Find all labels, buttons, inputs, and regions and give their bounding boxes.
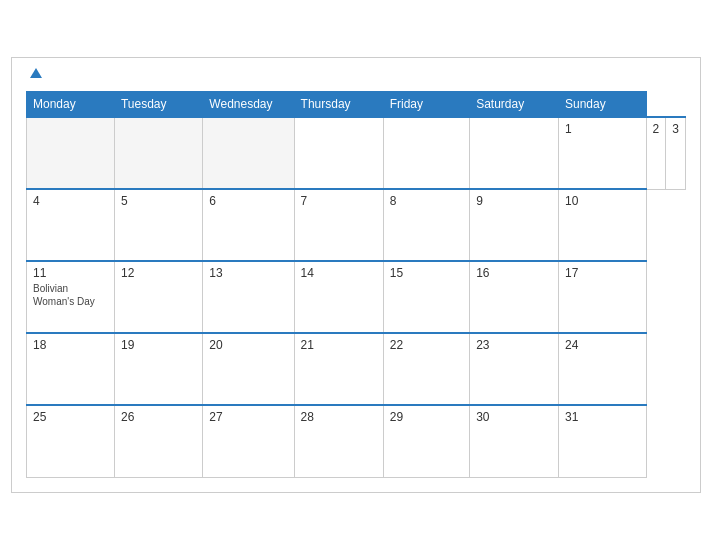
day-cell-20: 20	[203, 333, 294, 405]
week-row-4: 18192021222324	[27, 333, 686, 405]
day-cell-31: 31	[558, 405, 646, 477]
calendar-header	[26, 68, 686, 81]
day-number: 1	[565, 122, 640, 136]
day-number: 16	[476, 266, 552, 280]
day-cell-18: 18	[27, 333, 115, 405]
day-cell-15: 15	[383, 261, 469, 333]
day-number: 4	[33, 194, 108, 208]
day-number: 20	[209, 338, 287, 352]
day-number: 8	[390, 194, 463, 208]
day-number: 17	[565, 266, 640, 280]
day-number: 29	[390, 410, 463, 424]
day-cell-21: 21	[294, 333, 383, 405]
day-event: Bolivian Woman's Day	[33, 282, 108, 308]
calendar-thead: MondayTuesdayWednesdayThursdayFridaySatu…	[27, 92, 686, 118]
logo	[26, 68, 42, 81]
day-cell-10: 10	[558, 189, 646, 261]
day-cell-11: 11Bolivian Woman's Day	[27, 261, 115, 333]
day-number: 12	[121, 266, 196, 280]
day-cell-24: 24	[558, 333, 646, 405]
day-cell-8: 8	[383, 189, 469, 261]
day-cell-30: 30	[470, 405, 559, 477]
week-row-5: 25262728293031	[27, 405, 686, 477]
day-number: 2	[653, 122, 660, 136]
weekday-header-row: MondayTuesdayWednesdayThursdayFridaySatu…	[27, 92, 686, 118]
week-row-1: 123	[27, 117, 686, 189]
day-cell-19: 19	[114, 333, 202, 405]
logo-triangle-icon	[30, 68, 42, 78]
day-cell-27: 27	[203, 405, 294, 477]
day-number: 30	[476, 410, 552, 424]
day-cell-9: 9	[470, 189, 559, 261]
day-number: 24	[565, 338, 640, 352]
day-number: 28	[301, 410, 377, 424]
day-number: 25	[33, 410, 108, 424]
weekday-header-wednesday: Wednesday	[203, 92, 294, 118]
day-cell-23: 23	[470, 333, 559, 405]
week-row-3: 11Bolivian Woman's Day121314151617	[27, 261, 686, 333]
day-number: 19	[121, 338, 196, 352]
calendar-wrapper: MondayTuesdayWednesdayThursdayFridaySatu…	[11, 57, 701, 493]
day-cell-22: 22	[383, 333, 469, 405]
weekday-header-thursday: Thursday	[294, 92, 383, 118]
weekday-header-saturday: Saturday	[470, 92, 559, 118]
day-cell-7: 7	[294, 189, 383, 261]
day-number: 10	[565, 194, 640, 208]
day-number: 23	[476, 338, 552, 352]
logo-text	[26, 68, 42, 79]
weekday-header-tuesday: Tuesday	[114, 92, 202, 118]
day-cell-4: 4	[27, 189, 115, 261]
day-number: 11	[33, 266, 108, 280]
day-cell-25: 25	[27, 405, 115, 477]
day-cell-16: 16	[470, 261, 559, 333]
day-number: 7	[301, 194, 377, 208]
weekday-header-sunday: Sunday	[558, 92, 646, 118]
day-number: 27	[209, 410, 287, 424]
day-cell-	[383, 117, 469, 189]
day-cell-29: 29	[383, 405, 469, 477]
day-cell-12: 12	[114, 261, 202, 333]
day-cell-2: 2	[646, 117, 666, 189]
weekday-header-monday: Monday	[27, 92, 115, 118]
day-cell-6: 6	[203, 189, 294, 261]
empty-cell	[114, 117, 202, 189]
calendar-tbody: 1234567891011Bolivian Woman's Day1213141…	[27, 117, 686, 477]
day-number: 5	[121, 194, 196, 208]
day-number: 9	[476, 194, 552, 208]
day-number: 22	[390, 338, 463, 352]
empty-cell	[203, 117, 294, 189]
day-number: 15	[390, 266, 463, 280]
empty-cell	[27, 117, 115, 189]
calendar-table: MondayTuesdayWednesdayThursdayFridaySatu…	[26, 91, 686, 478]
day-number: 21	[301, 338, 377, 352]
weekday-header-friday: Friday	[383, 92, 469, 118]
week-row-2: 45678910	[27, 189, 686, 261]
day-cell-	[294, 117, 383, 189]
day-cell-5: 5	[114, 189, 202, 261]
day-cell-3: 3	[666, 117, 686, 189]
day-number: 14	[301, 266, 377, 280]
day-cell-28: 28	[294, 405, 383, 477]
day-number: 26	[121, 410, 196, 424]
day-cell-	[470, 117, 559, 189]
day-cell-13: 13	[203, 261, 294, 333]
day-cell-26: 26	[114, 405, 202, 477]
day-cell-17: 17	[558, 261, 646, 333]
day-number: 18	[33, 338, 108, 352]
day-number: 31	[565, 410, 640, 424]
day-cell-1: 1	[558, 117, 646, 189]
day-cell-14: 14	[294, 261, 383, 333]
day-number: 13	[209, 266, 287, 280]
day-number: 6	[209, 194, 287, 208]
day-number: 3	[672, 122, 679, 136]
